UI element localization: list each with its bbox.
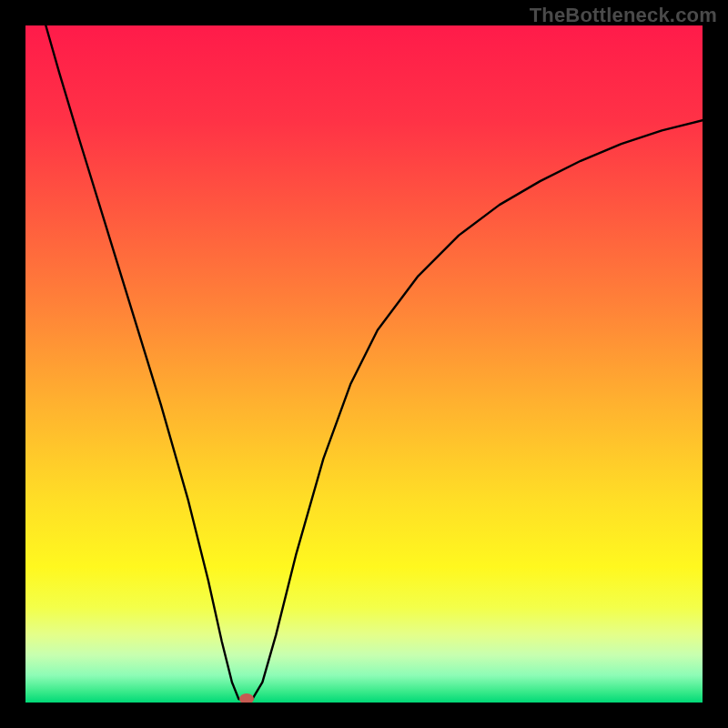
plot-area xyxy=(25,25,703,703)
bottleneck-curve xyxy=(25,25,703,703)
chart-frame: TheBottleneck.com xyxy=(0,0,728,728)
optimal-point-marker xyxy=(239,693,254,703)
watermark-text: TheBottleneck.com xyxy=(530,4,717,27)
